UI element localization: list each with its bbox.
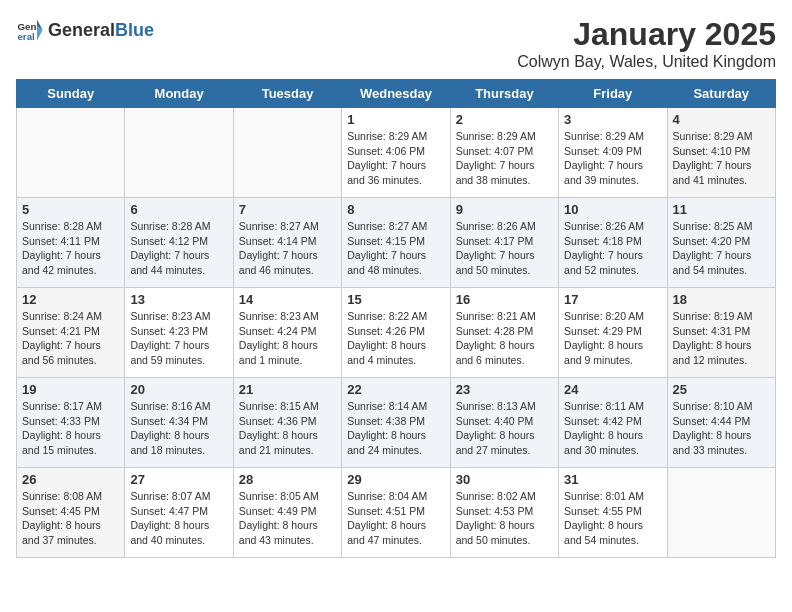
logo-blue-text: Blue — [115, 20, 154, 41]
day-info: Sunrise: 8:15 AM Sunset: 4:36 PM Dayligh… — [239, 399, 336, 458]
day-info: Sunrise: 8:23 AM Sunset: 4:24 PM Dayligh… — [239, 309, 336, 368]
day-info: Sunrise: 8:10 AM Sunset: 4:44 PM Dayligh… — [673, 399, 770, 458]
week-row-4: 19Sunrise: 8:17 AM Sunset: 4:33 PM Dayli… — [17, 378, 776, 468]
title-area: January 2025 Colwyn Bay, Wales, United K… — [517, 16, 776, 71]
week-row-5: 26Sunrise: 8:08 AM Sunset: 4:45 PM Dayli… — [17, 468, 776, 558]
day-header-sunday: Sunday — [17, 80, 125, 108]
day-info: Sunrise: 8:29 AM Sunset: 4:07 PM Dayligh… — [456, 129, 553, 188]
header-row: SundayMondayTuesdayWednesdayThursdayFrid… — [17, 80, 776, 108]
calendar-cell: 2Sunrise: 8:29 AM Sunset: 4:07 PM Daylig… — [450, 108, 558, 198]
day-info: Sunrise: 8:25 AM Sunset: 4:20 PM Dayligh… — [673, 219, 770, 278]
calendar-cell: 4Sunrise: 8:29 AM Sunset: 4:10 PM Daylig… — [667, 108, 775, 198]
day-info: Sunrise: 8:29 AM Sunset: 4:09 PM Dayligh… — [564, 129, 661, 188]
day-number: 18 — [673, 292, 770, 307]
calendar-cell: 31Sunrise: 8:01 AM Sunset: 4:55 PM Dayli… — [559, 468, 667, 558]
day-header-monday: Monday — [125, 80, 233, 108]
calendar-cell: 30Sunrise: 8:02 AM Sunset: 4:53 PM Dayli… — [450, 468, 558, 558]
day-info: Sunrise: 8:08 AM Sunset: 4:45 PM Dayligh… — [22, 489, 119, 548]
calendar-cell: 20Sunrise: 8:16 AM Sunset: 4:34 PM Dayli… — [125, 378, 233, 468]
calendar-cell — [125, 108, 233, 198]
day-info: Sunrise: 8:26 AM Sunset: 4:18 PM Dayligh… — [564, 219, 661, 278]
day-info: Sunrise: 8:14 AM Sunset: 4:38 PM Dayligh… — [347, 399, 444, 458]
day-number: 27 — [130, 472, 227, 487]
calendar-cell: 15Sunrise: 8:22 AM Sunset: 4:26 PM Dayli… — [342, 288, 450, 378]
calendar-cell: 18Sunrise: 8:19 AM Sunset: 4:31 PM Dayli… — [667, 288, 775, 378]
day-number: 16 — [456, 292, 553, 307]
day-number: 30 — [456, 472, 553, 487]
day-number: 25 — [673, 382, 770, 397]
day-info: Sunrise: 8:22 AM Sunset: 4:26 PM Dayligh… — [347, 309, 444, 368]
day-info: Sunrise: 8:04 AM Sunset: 4:51 PM Dayligh… — [347, 489, 444, 548]
week-row-3: 12Sunrise: 8:24 AM Sunset: 4:21 PM Dayli… — [17, 288, 776, 378]
calendar-cell: 12Sunrise: 8:24 AM Sunset: 4:21 PM Dayli… — [17, 288, 125, 378]
calendar-cell: 11Sunrise: 8:25 AM Sunset: 4:20 PM Dayli… — [667, 198, 775, 288]
calendar-cell — [17, 108, 125, 198]
day-info: Sunrise: 8:29 AM Sunset: 4:10 PM Dayligh… — [673, 129, 770, 188]
day-info: Sunrise: 8:21 AM Sunset: 4:28 PM Dayligh… — [456, 309, 553, 368]
day-number: 9 — [456, 202, 553, 217]
day-number: 3 — [564, 112, 661, 127]
day-info: Sunrise: 8:20 AM Sunset: 4:29 PM Dayligh… — [564, 309, 661, 368]
calendar-cell — [667, 468, 775, 558]
svg-text:eral: eral — [17, 31, 35, 42]
calendar-cell: 28Sunrise: 8:05 AM Sunset: 4:49 PM Dayli… — [233, 468, 341, 558]
calendar-cell: 26Sunrise: 8:08 AM Sunset: 4:45 PM Dayli… — [17, 468, 125, 558]
day-info: Sunrise: 8:19 AM Sunset: 4:31 PM Dayligh… — [673, 309, 770, 368]
calendar-cell: 19Sunrise: 8:17 AM Sunset: 4:33 PM Dayli… — [17, 378, 125, 468]
logo: Gen eral General Blue — [16, 16, 154, 44]
day-info: Sunrise: 8:01 AM Sunset: 4:55 PM Dayligh… — [564, 489, 661, 548]
day-number: 1 — [347, 112, 444, 127]
day-number: 29 — [347, 472, 444, 487]
week-row-1: 1Sunrise: 8:29 AM Sunset: 4:06 PM Daylig… — [17, 108, 776, 198]
day-number: 12 — [22, 292, 119, 307]
day-number: 31 — [564, 472, 661, 487]
logo-icon: Gen eral — [16, 16, 44, 44]
day-number: 6 — [130, 202, 227, 217]
day-number: 17 — [564, 292, 661, 307]
day-number: 26 — [22, 472, 119, 487]
calendar-table: SundayMondayTuesdayWednesdayThursdayFrid… — [16, 79, 776, 558]
day-number: 4 — [673, 112, 770, 127]
day-info: Sunrise: 8:29 AM Sunset: 4:06 PM Dayligh… — [347, 129, 444, 188]
calendar-cell: 9Sunrise: 8:26 AM Sunset: 4:17 PM Daylig… — [450, 198, 558, 288]
calendar-subtitle: Colwyn Bay, Wales, United Kingdom — [517, 53, 776, 71]
day-number: 10 — [564, 202, 661, 217]
day-info: Sunrise: 8:11 AM Sunset: 4:42 PM Dayligh… — [564, 399, 661, 458]
day-number: 11 — [673, 202, 770, 217]
calendar-cell: 17Sunrise: 8:20 AM Sunset: 4:29 PM Dayli… — [559, 288, 667, 378]
day-info: Sunrise: 8:17 AM Sunset: 4:33 PM Dayligh… — [22, 399, 119, 458]
day-info: Sunrise: 8:28 AM Sunset: 4:12 PM Dayligh… — [130, 219, 227, 278]
day-number: 24 — [564, 382, 661, 397]
calendar-cell: 27Sunrise: 8:07 AM Sunset: 4:47 PM Dayli… — [125, 468, 233, 558]
day-number: 23 — [456, 382, 553, 397]
day-number: 15 — [347, 292, 444, 307]
day-number: 2 — [456, 112, 553, 127]
day-header-friday: Friday — [559, 80, 667, 108]
calendar-cell: 5Sunrise: 8:28 AM Sunset: 4:11 PM Daylig… — [17, 198, 125, 288]
header: Gen eral General Blue January 2025 Colwy… — [16, 16, 776, 71]
calendar-cell — [233, 108, 341, 198]
calendar-cell: 21Sunrise: 8:15 AM Sunset: 4:36 PM Dayli… — [233, 378, 341, 468]
day-info: Sunrise: 8:27 AM Sunset: 4:14 PM Dayligh… — [239, 219, 336, 278]
day-number: 28 — [239, 472, 336, 487]
day-header-tuesday: Tuesday — [233, 80, 341, 108]
calendar-cell: 29Sunrise: 8:04 AM Sunset: 4:51 PM Dayli… — [342, 468, 450, 558]
calendar-cell: 10Sunrise: 8:26 AM Sunset: 4:18 PM Dayli… — [559, 198, 667, 288]
day-number: 19 — [22, 382, 119, 397]
day-info: Sunrise: 8:16 AM Sunset: 4:34 PM Dayligh… — [130, 399, 227, 458]
calendar-cell: 16Sunrise: 8:21 AM Sunset: 4:28 PM Dayli… — [450, 288, 558, 378]
day-number: 21 — [239, 382, 336, 397]
day-header-saturday: Saturday — [667, 80, 775, 108]
day-header-wednesday: Wednesday — [342, 80, 450, 108]
day-info: Sunrise: 8:26 AM Sunset: 4:17 PM Dayligh… — [456, 219, 553, 278]
calendar-cell: 22Sunrise: 8:14 AM Sunset: 4:38 PM Dayli… — [342, 378, 450, 468]
day-number: 7 — [239, 202, 336, 217]
logo-general-text: General — [48, 20, 115, 41]
calendar-cell: 6Sunrise: 8:28 AM Sunset: 4:12 PM Daylig… — [125, 198, 233, 288]
calendar-cell: 7Sunrise: 8:27 AM Sunset: 4:14 PM Daylig… — [233, 198, 341, 288]
calendar-cell: 25Sunrise: 8:10 AM Sunset: 4:44 PM Dayli… — [667, 378, 775, 468]
day-header-thursday: Thursday — [450, 80, 558, 108]
day-number: 20 — [130, 382, 227, 397]
day-number: 14 — [239, 292, 336, 307]
day-number: 8 — [347, 202, 444, 217]
